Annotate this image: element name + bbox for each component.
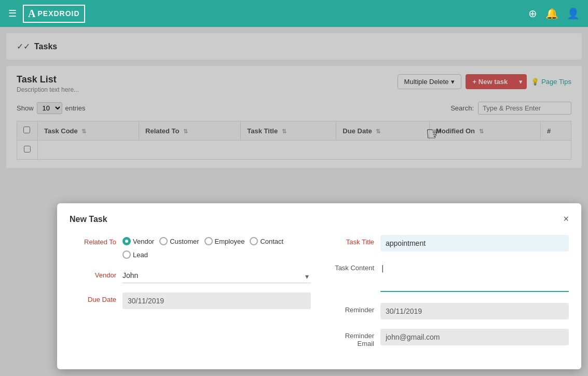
modal-title: New Task [70,215,107,224]
radio-label-vendor: Vendor [133,238,154,245]
related-to-radio-group: Vendor Customer Employee [122,235,311,259]
task-content-wrapper: | [380,261,569,294]
related-to-row: Related To Vendor Customer [70,235,311,259]
bell-icon[interactable]: 🔔 [545,7,558,20]
vendor-row: Vendor John ▾ [70,268,311,283]
radio-contact[interactable]: Contact [250,237,283,245]
task-content-textarea[interactable]: | [380,261,569,292]
reminder-email-input[interactable] [380,329,569,345]
reminder-email-row: Reminder Email [327,329,569,347]
due-date-input[interactable] [122,293,311,309]
reminder-row: Reminder [327,303,569,319]
radio-circle-employee [204,237,213,245]
due-date-row: Due Date [70,293,311,309]
task-title-content [380,235,569,252]
account-icon[interactable]: 👤 [567,7,580,20]
radio-circle-customer [159,237,168,245]
radio-label-contact: Contact [260,238,283,245]
header: ☰ A PEXDROID ⊕ 🔔 👤 [0,0,588,27]
reminder-label: Reminder [327,303,374,314]
task-title-input[interactable] [380,235,569,252]
task-content-row: Task Content | [327,261,569,294]
radio-employee[interactable]: Employee [204,237,245,245]
radio-customer[interactable]: Customer [159,237,199,245]
add-circle-icon[interactable]: ⊕ [528,7,537,20]
reminder-email-label: Reminder Email [327,329,374,347]
vendor-label: Vendor [70,268,116,279]
task-title-row: Task Title [327,235,569,252]
reminder-input[interactable] [380,303,569,319]
logo-box: A PEXDROID [23,5,85,23]
reminder-email-content [380,329,569,345]
related-to-label: Related To [70,235,116,246]
radio-circle-vendor [122,237,131,245]
task-content-label: Task Content [327,261,374,272]
modal-close-button[interactable]: × [563,214,569,225]
header-right: ⊕ 🔔 👤 [528,7,580,20]
due-date-label: Due Date [70,293,116,303]
reminder-content [380,303,569,319]
radio-vendor[interactable]: Vendor [122,237,154,245]
modal-right-column: Task Title Task Content | Reminder [327,235,569,357]
due-date-content [122,293,311,309]
modal-header: New Task × [70,214,569,225]
radio-label-employee: Employee [215,238,245,245]
modal-left-column: Related To Vendor Customer [70,235,311,357]
header-left: ☰ A PEXDROID [8,5,85,23]
logo-letter: A [28,8,35,20]
radio-circle-contact [250,237,258,245]
radio-lead[interactable]: Lead [122,250,148,259]
task-title-label: Task Title [327,235,374,246]
modal-form: Related To Vendor Customer [70,235,569,357]
radio-circle-lead [122,250,131,259]
new-task-modal: New Task × Related To Vendor [57,203,581,369]
hamburger-icon[interactable]: ☰ [8,8,17,19]
radio-label-customer: Customer [170,238,199,245]
vendor-select-wrapper: John ▾ [122,268,311,283]
radio-label-lead: Lead [133,251,148,259]
radio-group-container: Vendor Customer Employee [122,235,311,259]
logo-text: PEXDROID [37,9,79,18]
vendor-select[interactable]: John [122,268,311,283]
